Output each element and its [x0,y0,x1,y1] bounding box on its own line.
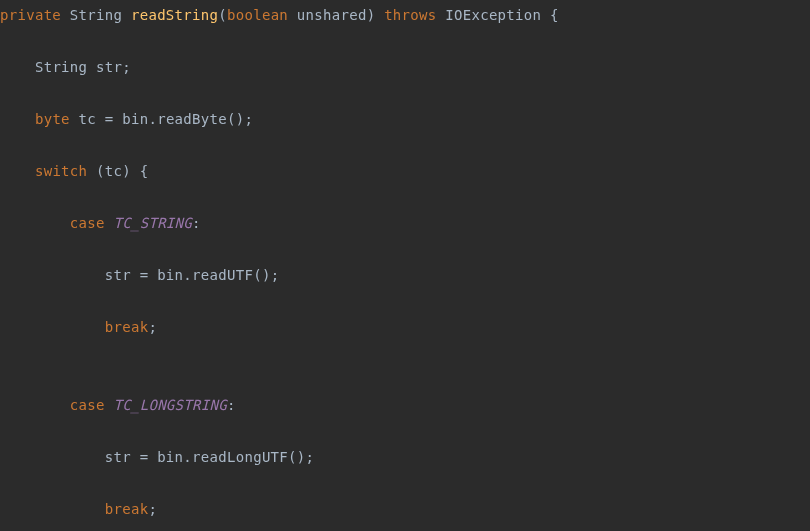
call-readlongutf: readLongUTF [192,449,288,465]
paren-open: ( [218,7,227,23]
indent [0,215,70,231]
dot: . [183,449,192,465]
ident-tc: tc [105,163,122,179]
ident-bin: bin [122,111,148,127]
indent [0,319,105,335]
ident-tc: tc [79,111,96,127]
semicolon: ; [122,59,131,75]
indent [0,449,105,465]
equals: = [131,267,157,283]
indent [0,267,105,283]
brace-open: { [131,163,148,179]
code-line: String str; [0,54,810,80]
semicolon: ; [148,501,157,517]
ident-str: str [105,449,131,465]
space [105,397,114,413]
semicolon: ; [306,449,315,465]
space [87,163,96,179]
code-block: private String readString(boolean unshar… [0,0,810,531]
indent [0,163,35,179]
space [105,215,114,231]
keyword-byte: byte [35,111,70,127]
ident-str: str [105,267,131,283]
code-line: str = bin.readLongUTF(); [0,444,810,470]
colon: : [192,215,201,231]
const-tc-string: TC_STRING [114,215,193,231]
semicolon: ; [148,319,157,335]
dot: . [148,111,157,127]
parens: () [288,449,305,465]
exception-type: IOException [445,7,541,23]
keyword-private: private [0,7,61,23]
keyword-case: case [70,397,105,413]
code-line: private String readString(boolean unshar… [0,2,810,28]
code-line: case TC_STRING: [0,210,810,236]
paren-close: ) [122,163,131,179]
ident-bin: bin [157,449,183,465]
indent [0,59,35,75]
dot: . [183,267,192,283]
param-unshared: unshared [297,7,367,23]
keyword-throws: throws [384,7,436,23]
code-line: break; [0,496,810,522]
method-name: readString [131,7,218,23]
semicolon: ; [271,267,280,283]
keyword-break: break [105,319,149,335]
call-readutf: readUTF [192,267,253,283]
paren-close: ) [367,7,376,23]
semicolon: ; [244,111,253,127]
equals: = [96,111,122,127]
paren-open: ( [96,163,105,179]
indent [0,397,70,413]
keyword-boolean: boolean [227,7,288,23]
code-line: break; [0,314,810,340]
indent [0,501,105,517]
const-tc-longstring: TC_LONGSTRING [114,397,227,413]
keyword-case: case [70,215,105,231]
colon: : [227,397,236,413]
ident-str: str [96,59,122,75]
code-line: switch (tc) { [0,158,810,184]
parens: () [227,111,244,127]
type-string: String [70,7,122,23]
equals: = [131,449,157,465]
code-line: case TC_LONGSTRING: [0,392,810,418]
type-string: String [35,59,87,75]
ident-bin: bin [157,267,183,283]
brace-open: { [550,7,559,23]
keyword-break: break [105,501,149,517]
code-line: str = bin.readUTF(); [0,262,810,288]
indent [0,111,35,127]
keyword-switch: switch [35,163,87,179]
call-readbyte: readByte [157,111,227,127]
parens: () [253,267,270,283]
code-line: byte tc = bin.readByte(); [0,106,810,132]
